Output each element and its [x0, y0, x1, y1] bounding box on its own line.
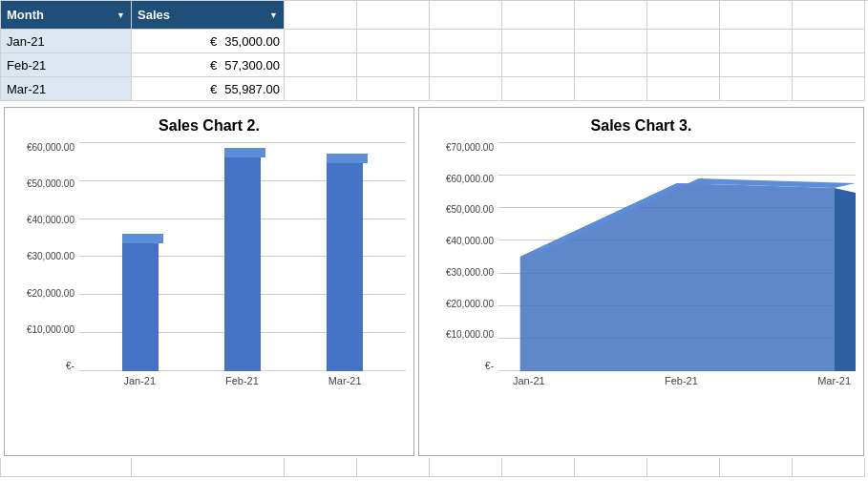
- sales-filter-icon[interactable]: ▼: [269, 10, 278, 20]
- bar-mar-top: [327, 154, 368, 163]
- bottom-row: [0, 458, 868, 477]
- x3-label-jan: Jan-21: [513, 375, 545, 386]
- sales-header[interactable]: Sales ▼: [132, 1, 285, 30]
- empty-r1-6: [647, 30, 720, 53]
- area-right-face: [834, 188, 856, 371]
- sales-cell-mar[interactable]: € 55,987.00: [132, 77, 285, 101]
- bar-mar: [327, 158, 363, 371]
- empty-r1-7: [720, 30, 793, 53]
- chart2-area: €60,000.00 €50,000.00 €40,000.00 €30,000…: [12, 142, 406, 448]
- bottom-cell-10: [793, 458, 865, 477]
- chart3-title: Sales Chart 3.: [591, 117, 692, 135]
- currency-mar: €: [210, 82, 217, 96]
- month-header-label: Month: [7, 8, 44, 22]
- chart2-plot: Jan-21 Feb-21 Mar-21: [79, 142, 406, 448]
- charts-row: Sales Chart 2. €60,000.00 €50,000.00 €40…: [0, 105, 868, 458]
- value-feb: 57,300.00: [224, 58, 280, 73]
- chart3-y-axis: €70,000.00 €60,000.00 €50,000.00 €40,000…: [427, 142, 498, 371]
- x2-label-feb: Feb-21: [225, 375, 259, 386]
- currency-jan: €: [210, 34, 217, 49]
- bar-jan-top: [122, 234, 163, 243]
- bar-feb-rect: [224, 153, 261, 371]
- chart3-x-labels: Jan-21 Feb-21 Mar-21: [498, 371, 856, 386]
- month-value-feb: Feb-21: [7, 58, 46, 73]
- y3-label-3: €30,000.00: [446, 267, 494, 278]
- currency-feb: €: [210, 58, 217, 73]
- bottom-cell-8: [647, 458, 720, 477]
- empty-r2-7: [720, 53, 793, 77]
- x2-label-mar: Mar-21: [328, 375, 362, 386]
- bar-jan-rect: [122, 239, 159, 371]
- y3-label-2: €20,000.00: [446, 299, 494, 309]
- bottom-cell-7: [575, 458, 647, 477]
- bar-feb: [224, 153, 261, 371]
- empty-r3-3: [430, 77, 502, 101]
- month-cell-feb[interactable]: Feb-21: [1, 53, 132, 77]
- chart2-x-labels: Jan-21 Feb-21 Mar-21: [79, 371, 406, 386]
- empty-r2-3: [430, 53, 502, 77]
- y2-label-6: €60,000.00: [27, 142, 74, 153]
- y3-label-0: €-: [485, 361, 494, 371]
- empty-r2-5: [575, 53, 647, 77]
- sales-cell-feb[interactable]: € 57,300.00: [132, 53, 285, 77]
- month-value-jan: Jan-21: [7, 34, 45, 49]
- sales-cell-jan[interactable]: € 35,000.00: [132, 30, 285, 53]
- month-cell-jan[interactable]: Jan-21: [1, 30, 132, 53]
- empty-r1-5: [575, 30, 647, 53]
- chart2-container: Sales Chart 2. €60,000.00 €50,000.00 €40…: [4, 107, 414, 456]
- chart2-y-axis: €60,000.00 €50,000.00 €40,000.00 €30,000…: [12, 142, 79, 371]
- bottom-cell-9: [720, 458, 793, 477]
- y2-label-4: €40,000.00: [27, 215, 74, 225]
- y3-label-7: €70,000.00: [446, 142, 494, 153]
- bottom-cell-5: [430, 458, 502, 477]
- empty-r1-1: [285, 30, 357, 53]
- month-filter-icon[interactable]: ▼: [116, 10, 125, 20]
- month-header[interactable]: Month ▼: [1, 1, 132, 30]
- empty-r3-4: [502, 77, 575, 101]
- x2-label-jan: Jan-21: [123, 375, 156, 386]
- y2-label-2: €20,000.00: [27, 288, 74, 299]
- empty-header-2: [357, 1, 430, 30]
- chart2-plot-area: [79, 142, 406, 371]
- y3-label-4: €40,000.00: [446, 236, 494, 246]
- month-cell-mar[interactable]: Mar-21: [1, 77, 132, 101]
- value-mar: 55,987.00: [224, 82, 280, 96]
- empty-r3-6: [647, 77, 720, 101]
- empty-r2-1: [285, 53, 357, 77]
- chart3-plot-area: [498, 142, 856, 371]
- chart3-container: Sales Chart 3. €70,000.00 €60,000.00 €50…: [418, 107, 864, 456]
- chart3-plot: Jan-21 Feb-21 Mar-21: [498, 142, 856, 448]
- empty-r3-1: [285, 77, 357, 101]
- sheet-grid: Month ▼ Sales ▼ Jan-21 € 35,000.00: [0, 0, 868, 101]
- empty-header-8: [793, 1, 865, 30]
- bar-jan: [122, 239, 159, 371]
- sales-header-label: Sales: [138, 8, 170, 22]
- y3-label-1: €10,000.00: [446, 329, 494, 340]
- chart2-bars: [79, 142, 406, 371]
- x3-label-mar: Mar-21: [817, 375, 851, 386]
- bar-jan-shadow: [127, 234, 163, 366]
- bottom-cell-2: [132, 458, 285, 477]
- bottom-cell-4: [357, 458, 430, 477]
- empty-header-3: [430, 1, 502, 30]
- y2-label-0: €-: [66, 361, 74, 371]
- empty-header-7: [720, 1, 793, 30]
- empty-r3-7: [720, 77, 793, 101]
- area-fill: [520, 183, 835, 371]
- chart3-area: €70,000.00 €60,000.00 €50,000.00 €40,000…: [427, 142, 856, 448]
- y3-label-5: €50,000.00: [446, 204, 494, 215]
- spreadsheet: Month ▼ Sales ▼ Jan-21 € 35,000.00: [0, 0, 868, 101]
- bottom-cell-3: [285, 458, 357, 477]
- bottom-cell-1: [1, 458, 132, 477]
- y2-label-1: €10,000.00: [27, 324, 74, 335]
- empty-r2-6: [647, 53, 720, 77]
- empty-header-1: [285, 1, 357, 30]
- bar-mar-rect: [327, 158, 363, 371]
- x3-label-feb: Feb-21: [665, 375, 698, 386]
- bottom-cell-6: [502, 458, 575, 477]
- empty-r1-8: [793, 30, 865, 53]
- empty-r3-5: [575, 77, 647, 101]
- empty-r2-8: [793, 53, 865, 77]
- empty-r1-3: [430, 30, 502, 53]
- empty-r2-4: [502, 53, 575, 77]
